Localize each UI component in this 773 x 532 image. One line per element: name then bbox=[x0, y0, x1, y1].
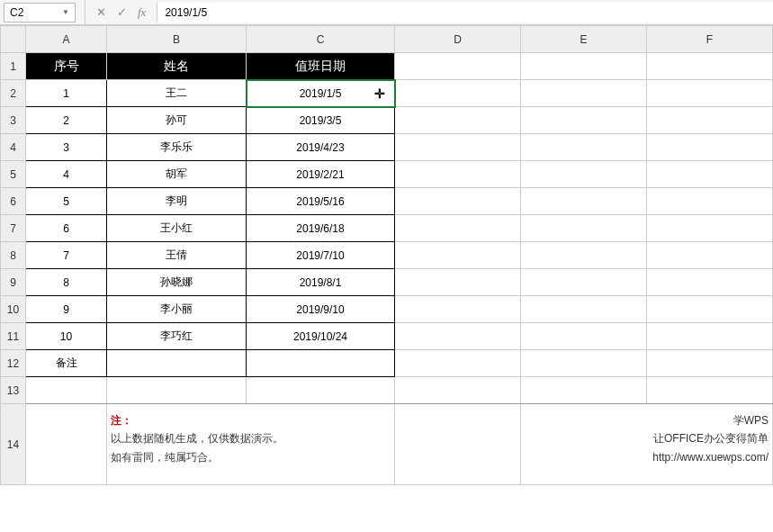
cell[interactable] bbox=[395, 404, 521, 485]
cell[interactable] bbox=[395, 188, 521, 215]
cell-seq[interactable]: 10 bbox=[26, 323, 107, 350]
cell[interactable] bbox=[647, 269, 773, 296]
cell-date[interactable]: 2019/4/23 bbox=[247, 134, 395, 161]
cell-seq[interactable]: 4 bbox=[26, 161, 107, 188]
col-header-e[interactable]: E bbox=[521, 26, 647, 53]
cell-name[interactable]: 王小红 bbox=[107, 215, 247, 242]
cell-date[interactable]: 2019/2/21 bbox=[247, 161, 395, 188]
row-header[interactable]: 2 bbox=[1, 80, 26, 107]
cell-seq[interactable]: 1 bbox=[26, 80, 107, 107]
note-cell[interactable]: 注： 以上数据随机生成，仅供数据演示。 如有雷同，纯属巧合。 bbox=[107, 404, 395, 485]
cell[interactable] bbox=[395, 107, 521, 134]
cell[interactable] bbox=[521, 188, 647, 215]
cell[interactable] bbox=[647, 80, 773, 107]
cell-name[interactable]: 李乐乐 bbox=[107, 134, 247, 161]
row-header[interactable]: 6 bbox=[1, 188, 26, 215]
cell[interactable] bbox=[26, 404, 107, 485]
cell[interactable] bbox=[647, 323, 773, 350]
cell-name[interactable]: 李巧红 bbox=[107, 323, 247, 350]
cell[interactable] bbox=[647, 53, 773, 80]
formula-input[interactable]: 2019/1/5 bbox=[157, 3, 773, 23]
cell-name[interactable]: 李明 bbox=[107, 188, 247, 215]
cell-seq[interactable]: 8 bbox=[26, 269, 107, 296]
table-header-seq[interactable]: 序号 bbox=[26, 53, 107, 80]
fx-icon[interactable]: fx bbox=[138, 5, 146, 20]
cell[interactable] bbox=[521, 242, 647, 269]
cell[interactable] bbox=[521, 269, 647, 296]
cell-date[interactable]: 2019/7/10 bbox=[247, 242, 395, 269]
row-header[interactable]: 10 bbox=[1, 296, 26, 323]
cell-date[interactable]: 2019/3/5 bbox=[247, 107, 395, 134]
cell[interactable] bbox=[521, 134, 647, 161]
cell[interactable] bbox=[521, 323, 647, 350]
cell[interactable] bbox=[647, 350, 773, 377]
cell-seq[interactable]: 7 bbox=[26, 242, 107, 269]
table-header-name[interactable]: 姓名 bbox=[107, 53, 247, 80]
row-header[interactable]: 3 bbox=[1, 107, 26, 134]
cell[interactable] bbox=[26, 377, 107, 404]
cell-seq[interactable]: 6 bbox=[26, 215, 107, 242]
row-header[interactable]: 8 bbox=[1, 242, 26, 269]
cell-name[interactable]: 胡军 bbox=[107, 161, 247, 188]
cell[interactable] bbox=[395, 269, 521, 296]
cell[interactable] bbox=[395, 296, 521, 323]
col-header-c[interactable]: C bbox=[247, 26, 395, 53]
cell[interactable] bbox=[647, 188, 773, 215]
cell[interactable] bbox=[647, 161, 773, 188]
cell[interactable] bbox=[395, 53, 521, 80]
cell-date[interactable]: 2019/9/10 bbox=[247, 296, 395, 323]
cell[interactable] bbox=[395, 323, 521, 350]
cell[interactable] bbox=[521, 377, 647, 404]
cell[interactable] bbox=[107, 377, 247, 404]
cell[interactable] bbox=[395, 377, 521, 404]
row-header[interactable]: 5 bbox=[1, 161, 26, 188]
cell-name[interactable]: 孙可 bbox=[107, 107, 247, 134]
cell-name[interactable]: 王倩 bbox=[107, 242, 247, 269]
cell[interactable] bbox=[521, 80, 647, 107]
cell[interactable] bbox=[395, 134, 521, 161]
row-header[interactable]: 12 bbox=[1, 350, 26, 377]
cell[interactable] bbox=[247, 350, 395, 377]
table-header-date[interactable]: 值班日期 bbox=[247, 53, 395, 80]
confirm-icon[interactable]: ✓ bbox=[117, 5, 127, 19]
cell-date[interactable]: 2019/8/1 bbox=[247, 269, 395, 296]
col-header-b[interactable]: B bbox=[107, 26, 247, 53]
cell[interactable] bbox=[395, 80, 521, 107]
cell[interactable] bbox=[521, 350, 647, 377]
cell-name[interactable]: 李小丽 bbox=[107, 296, 247, 323]
cell[interactable] bbox=[395, 350, 521, 377]
col-header-d[interactable]: D bbox=[395, 26, 521, 53]
row-header[interactable]: 4 bbox=[1, 134, 26, 161]
cell-seq[interactable]: 5 bbox=[26, 188, 107, 215]
col-header-f[interactable]: F bbox=[647, 26, 773, 53]
select-all-corner[interactable] bbox=[1, 26, 26, 53]
cell[interactable] bbox=[395, 161, 521, 188]
cell-date[interactable]: 2019/5/16 bbox=[247, 188, 395, 215]
cell-remark[interactable]: 备注 bbox=[26, 350, 107, 377]
cell[interactable] bbox=[647, 242, 773, 269]
cell[interactable] bbox=[395, 242, 521, 269]
name-box[interactable]: C2 ▼ bbox=[4, 3, 76, 23]
row-header[interactable]: 1 bbox=[1, 53, 26, 80]
cancel-icon[interactable]: ✕ bbox=[96, 5, 106, 19]
cell[interactable] bbox=[647, 377, 773, 404]
cell[interactable] bbox=[521, 53, 647, 80]
cell-date-selected[interactable]: 2019/1/5 ✛ bbox=[247, 80, 395, 107]
row-header[interactable]: 13 bbox=[1, 377, 26, 404]
cell[interactable] bbox=[247, 377, 395, 404]
cell-name[interactable]: 王二 bbox=[107, 80, 247, 107]
cell[interactable] bbox=[521, 296, 647, 323]
cell[interactable] bbox=[647, 134, 773, 161]
cell[interactable] bbox=[647, 296, 773, 323]
cell-seq[interactable]: 3 bbox=[26, 134, 107, 161]
cell-date[interactable]: 2019/6/18 bbox=[247, 215, 395, 242]
cell[interactable] bbox=[647, 215, 773, 242]
dropdown-icon[interactable]: ▼ bbox=[62, 8, 69, 16]
cell[interactable] bbox=[521, 215, 647, 242]
cell-seq[interactable]: 2 bbox=[26, 107, 107, 134]
cell[interactable] bbox=[521, 107, 647, 134]
promo-cell[interactable]: 学WPS 让OFFICE办公变得简单 http://www.xuewps.com… bbox=[521, 404, 773, 485]
row-header[interactable]: 7 bbox=[1, 215, 26, 242]
cell-name[interactable]: 孙晓娜 bbox=[107, 269, 247, 296]
cell[interactable] bbox=[107, 350, 247, 377]
